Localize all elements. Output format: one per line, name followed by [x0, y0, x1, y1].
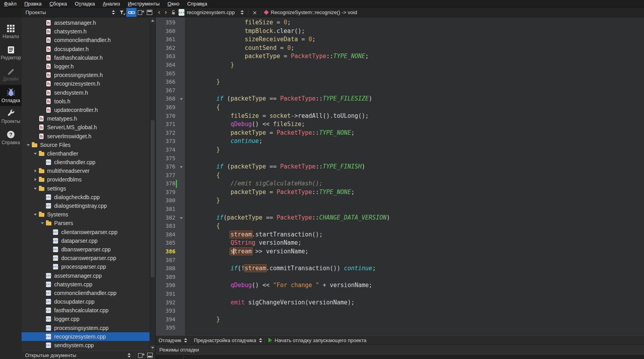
- menu-item[interactable]: Отладка: [71, 0, 99, 7]
- menu-item[interactable]: Инструменты: [124, 0, 164, 7]
- tree-item[interactable]: commonclienthandler.h: [22, 36, 150, 44]
- code-text[interactable]: [185, 273, 188, 282]
- code-text[interactable]: if(!stream.commitTransaction()) continue…: [185, 264, 376, 273]
- mode-projects[interactable]: Проекты: [0, 106, 22, 127]
- menu-item[interactable]: Сборка: [46, 0, 71, 7]
- tree-item[interactable]: dataparser.cpp: [22, 236, 150, 245]
- code-text[interactable]: }: [185, 196, 220, 205]
- code-text[interactable]: }: [185, 146, 220, 154]
- tree-item[interactable]: Source Files: [22, 141, 150, 149]
- code-text[interactable]: }: [185, 61, 234, 70]
- fold-marker-icon[interactable]: [180, 98, 183, 102]
- code-text[interactable]: [185, 205, 188, 214]
- code-text[interactable]: if (packetType == PacketType::TYPE_FILES…: [185, 95, 372, 103]
- menu-item[interactable]: Правка: [20, 0, 46, 7]
- code-text[interactable]: continue;: [185, 137, 263, 146]
- tree-item[interactable]: chatsystem.cpp: [22, 280, 150, 289]
- code-text[interactable]: [185, 154, 188, 163]
- start-debugging-button[interactable]: Начать отладку запускающего проекта: [272, 337, 369, 343]
- filter-button[interactable]: [118, 8, 126, 17]
- tree-item[interactable]: dialogsettingstray.cpp: [22, 201, 150, 210]
- tree-item[interactable]: processingsystem.h: [22, 71, 150, 79]
- expand-arrow-icon[interactable]: [32, 212, 38, 217]
- open-document-name[interactable]: recognizesystem.cpp: [187, 9, 235, 15]
- expand-arrow-icon[interactable]: [32, 169, 38, 172]
- code-text[interactable]: if(packetType == PacketType::CHANGE_DATA…: [185, 214, 390, 222]
- code-text[interactable]: stream.startTransaction();: [185, 231, 323, 239]
- expand-arrow-icon[interactable]: [32, 151, 38, 156]
- code-text[interactable]: [185, 290, 188, 299]
- tree-item[interactable]: clientanswerparser.cpp: [22, 228, 150, 236]
- code-text[interactable]: qDebug() << "For change " + versionName;: [185, 281, 372, 290]
- code-text[interactable]: }: [185, 78, 220, 86]
- code-text[interactable]: //emit sigCalculateHash();: [185, 180, 323, 188]
- code-text[interactable]: qDebug() << fileSize;: [185, 120, 305, 129]
- tree-item[interactable]: fasthashcalculator.h: [22, 53, 150, 62]
- lock-button[interactable]: [169, 8, 178, 17]
- code-text[interactable]: if (packetType == PacketType::TYPE_FINIS…: [185, 163, 365, 171]
- tree-item[interactable]: updatecontroller.h: [22, 106, 150, 114]
- code-text[interactable]: [185, 86, 188, 95]
- fold-marker-icon[interactable]: [180, 166, 183, 170]
- tree-item[interactable]: providerdblms: [22, 175, 150, 184]
- debugger-preset-selector[interactable]: Преднастройка отладчика: [191, 337, 259, 343]
- close-panel-button[interactable]: [146, 351, 154, 359]
- code-text[interactable]: tmpBlock.clear();: [185, 27, 305, 36]
- code-text[interactable]: packetType = PacketType::TYPE_NONE;: [185, 52, 369, 61]
- code-text[interactable]: [185, 70, 188, 78]
- tree-item[interactable]: docsupdater.cpp: [22, 297, 150, 306]
- code-text[interactable]: stream >> versionName;: [185, 247, 308, 256]
- debugger-selector[interactable]: Отладчик: [156, 337, 184, 343]
- tree-item[interactable]: metatypes.h: [22, 114, 150, 123]
- mode-edit[interactable]: Редактор: [0, 42, 22, 64]
- tree-item[interactable]: chatsystem.h: [22, 27, 150, 36]
- forward-button[interactable]: ›: [162, 8, 169, 16]
- sync-with-editor-button[interactable]: [126, 8, 137, 17]
- tree-scrollbar[interactable]: [150, 17, 155, 351]
- tree-item[interactable]: dbanswerparser.cpp: [22, 245, 150, 254]
- tree-item[interactable]: processparser.cpp: [22, 262, 150, 271]
- tree-item[interactable]: Parsers: [22, 219, 150, 227]
- start-debugging-icon[interactable]: [268, 338, 272, 343]
- menu-item[interactable]: Файл: [0, 0, 20, 7]
- tree-item[interactable]: clienthandler.cpp: [22, 158, 150, 167]
- tree-item[interactable]: assetsmanager.h: [22, 18, 150, 27]
- mode-debug[interactable]: Отладка: [0, 85, 22, 106]
- fold-marker-icon[interactable]: [180, 217, 183, 221]
- panel-combo-button[interactable]: [109, 8, 118, 17]
- code-text[interactable]: emit sigChangeVersion(versionName);: [185, 299, 354, 307]
- tree-item[interactable]: sendsystem.cpp: [22, 341, 150, 350]
- code-text[interactable]: {: [185, 103, 220, 112]
- menu-item[interactable]: Анализ: [99, 0, 124, 7]
- back-button[interactable]: ‹: [156, 8, 162, 16]
- scrollbar-thumb[interactable]: [151, 120, 155, 277]
- tree-item[interactable]: serverlmswidget.h: [22, 132, 150, 140]
- tree-item[interactable]: logger.h: [22, 62, 150, 71]
- tree-item[interactable]: commonclienthandler.cpp: [22, 289, 150, 297]
- panel-combo-button[interactable]: [125, 351, 133, 359]
- tree-item[interactable]: settings: [22, 184, 150, 193]
- current-symbol[interactable]: RecognizeSystem::recognize() -> void: [271, 9, 357, 15]
- expand-arrow-icon[interactable]: [25, 142, 31, 148]
- tree-item[interactable]: recognizesystem.h: [22, 79, 150, 88]
- code-text[interactable]: {: [185, 171, 220, 180]
- expand-arrow-icon[interactable]: [32, 178, 38, 181]
- code-text[interactable]: packetType = PacketType::TYPE_NONE;: [185, 129, 354, 137]
- expand-arrow-icon[interactable]: [39, 220, 46, 226]
- tree-item[interactable]: Systems: [22, 210, 150, 219]
- mode-help[interactable]: ? Справка: [0, 127, 22, 148]
- tree-item[interactable]: sendsystem.h: [22, 88, 150, 97]
- document-combo-button[interactable]: [238, 8, 246, 17]
- tree-item[interactable]: docsanswerparser.cpp: [22, 254, 150, 262]
- tree-item[interactable]: assetsmanager.cpp: [22, 271, 150, 280]
- code-text[interactable]: fileSize = socket->readAll().toULong();: [185, 112, 369, 121]
- tree-item[interactable]: recognizesystem.cpp: [22, 332, 150, 341]
- code-text[interactable]: [185, 307, 188, 315]
- tree-item[interactable]: fasthashcalculator.cpp: [22, 306, 150, 315]
- code-text[interactable]: }: [185, 315, 220, 324]
- code-editor[interactable]: 359 fileSize = 0;360 tmpBlock.clear();36…: [156, 17, 644, 335]
- expand-arrow-icon[interactable]: [32, 186, 38, 191]
- menu-item[interactable]: Окно: [164, 0, 183, 7]
- code-text[interactable]: QString versionName;: [185, 239, 301, 247]
- scroll-down-button[interactable]: [150, 345, 155, 351]
